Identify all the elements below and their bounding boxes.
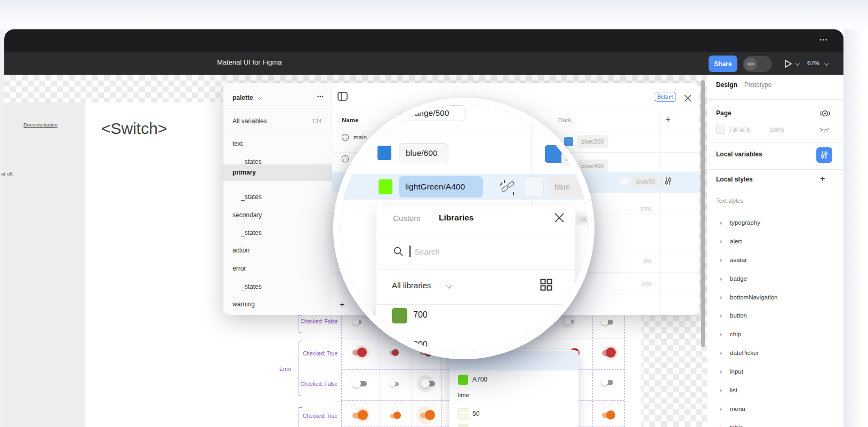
dropdown-item-label[interactable]: 50 — [472, 410, 479, 417]
add-style-button[interactable]: + — [820, 174, 825, 184]
chevron-right-icon[interactable] — [720, 370, 722, 374]
page-color-swatch[interactable] — [716, 125, 725, 134]
eye-closed-icon[interactable] — [819, 127, 830, 134]
color-variable-icon — [341, 155, 349, 163]
style-group-input[interactable]: input — [730, 368, 743, 375]
dev-mode-toggle[interactable]: </> — [743, 56, 772, 72]
variable-chip[interactable]: blue/400 — [577, 160, 608, 172]
sidebar-item-primary[interactable]: primary — [232, 169, 256, 176]
dropdown-item-label[interactable]: A700 — [472, 376, 487, 383]
color-swatch[interactable] — [377, 146, 391, 160]
present-play-icon[interactable] — [783, 59, 793, 69]
search-input[interactable]: Search — [414, 247, 440, 256]
external-link-icon — [669, 95, 673, 99]
chip-label: blue/50 — [636, 178, 655, 185]
style-group-datepicker[interactable]: datePicker — [730, 350, 759, 356]
switch-warning-checked[interactable] — [602, 410, 615, 420]
switch-unchecked[interactable] — [421, 379, 435, 388]
switch-unchecked[interactable] — [352, 379, 367, 388]
chevron-right-icon[interactable] — [720, 296, 722, 299]
variable-chip[interactable]: blue/600 — [399, 143, 448, 163]
color-swatch[interactable] — [458, 375, 468, 385]
chevron-right-icon[interactable] — [720, 222, 722, 225]
switch-warning-checked[interactable] — [352, 410, 368, 420]
add-mode-button[interactable]: + — [665, 114, 671, 125]
style-group-menu[interactable]: menu — [730, 406, 745, 412]
style-group-badge[interactable]: badge — [730, 275, 747, 282]
dialog-close-icon[interactable] — [553, 212, 565, 224]
page-color-hex[interactable]: F3F4F6 — [729, 126, 750, 133]
library-filter[interactable]: All libraries — [392, 281, 431, 290]
style-group-bottomnavigation[interactable]: bottomNavigation — [730, 294, 778, 301]
style-group-chip[interactable]: chip — [730, 331, 741, 337]
style-group-avatar[interactable]: avatar — [730, 257, 747, 263]
chevron-right-icon[interactable] — [720, 389, 722, 392]
window-menu-dots[interactable]: ••• — [819, 37, 829, 43]
switch-error-checked[interactable] — [352, 347, 367, 357]
sidebar-item-states[interactable]: _states — [241, 193, 262, 201]
switch-error-checked[interactable] — [390, 349, 399, 356]
switch-unchecked[interactable] — [564, 318, 574, 325]
color-swatch[interactable] — [379, 179, 392, 194]
sidebar-item-text[interactable]: text — [232, 140, 243, 147]
switch-error-checked[interactable] — [602, 347, 616, 358]
add-variable-button[interactable]: + — [340, 300, 344, 310]
switch-warning-checked[interactable] — [420, 410, 435, 420]
blend-mode-icon[interactable] — [820, 109, 830, 118]
color-swatch[interactable] — [392, 308, 407, 323]
canvas-scrollbar[interactable] — [701, 80, 705, 347]
switch-unchecked[interactable] — [601, 378, 613, 386]
chevron-right-icon[interactable] — [720, 333, 722, 336]
beta-badge[interactable]: Beta — [655, 92, 676, 102]
sliders-icon[interactable] — [664, 177, 672, 186]
variable-name[interactable]: main — [353, 134, 367, 140]
tab-design[interactable]: Design — [716, 81, 737, 89]
page-opacity[interactable]: 100% — [769, 126, 784, 133]
variable-chip[interactable]: blue/200 — [577, 135, 608, 148]
modal-menu-dots[interactable]: ••• — [317, 94, 324, 99]
sidebar-item-error[interactable]: error — [232, 265, 246, 272]
style-group-alert[interactable]: alert — [730, 238, 742, 244]
share-button[interactable]: Share — [709, 56, 737, 72]
tab-prototype[interactable]: Prototype — [744, 81, 771, 89]
style-group-typography[interactable]: typography — [730, 219, 760, 226]
sidebar-item-states[interactable]: _states — [241, 283, 262, 290]
chevron-right-icon[interactable] — [720, 259, 722, 262]
dialog-item-label[interactable]: 800 — [413, 340, 428, 350]
collection-selector[interactable]: palette — [232, 94, 253, 101]
local-variables-button[interactable] — [816, 147, 832, 163]
color-swatch[interactable] — [458, 424, 468, 427]
file-title[interactable]: Material UI for Figma — [217, 58, 282, 66]
detach-variable-icon[interactable] — [500, 179, 516, 196]
switch-unchecked[interactable] — [601, 318, 613, 326]
sidebar-item-warning[interactable]: warning — [232, 301, 255, 308]
chevron-right-icon[interactable] — [720, 278, 722, 281]
chevron-right-icon[interactable] — [720, 352, 722, 355]
chevron-right-icon[interactable] — [720, 240, 722, 243]
chevron-right-icon[interactable] — [720, 314, 722, 318]
tab-libraries[interactable]: Libraries — [439, 213, 473, 223]
sidebar-item-action[interactable]: action — [232, 247, 250, 254]
panel-toggle-icon[interactable] — [337, 92, 348, 101]
switch-unchecked[interactable] — [389, 381, 399, 387]
style-group-table[interactable]: table — [730, 424, 743, 427]
color-swatch[interactable] — [564, 137, 573, 146]
documentation-link[interactable]: Documentation — [23, 122, 58, 128]
variable-chip-faded[interactable]: blue/50 — [632, 175, 663, 188]
tab-custom[interactable]: Custom — [393, 213, 421, 223]
column-divider — [660, 108, 660, 315]
style-group-button[interactable]: button — [730, 312, 747, 319]
sidebar-item-secondary[interactable]: secondary — [232, 211, 262, 219]
switch-warning-checked[interactable] — [390, 412, 401, 420]
modal-close-icon[interactable] — [684, 94, 692, 102]
zoom-level[interactable]: 67% — [807, 60, 819, 66]
chevron-right-icon[interactable] — [720, 408, 722, 411]
selected-variable-chip[interactable]: lightGreen/A400 — [399, 176, 483, 197]
switch-unchecked[interactable] — [352, 319, 361, 326]
sidebar-item-states[interactable]: _states — [241, 229, 262, 236]
dialog-item-label[interactable]: 700 — [413, 310, 428, 320]
color-swatch[interactable] — [458, 408, 468, 418]
sidebar-item-all-variables[interactable]: All variables — [232, 117, 267, 125]
style-group-list[interactable]: list — [730, 387, 737, 393]
grid-view-icon[interactable] — [540, 279, 552, 291]
